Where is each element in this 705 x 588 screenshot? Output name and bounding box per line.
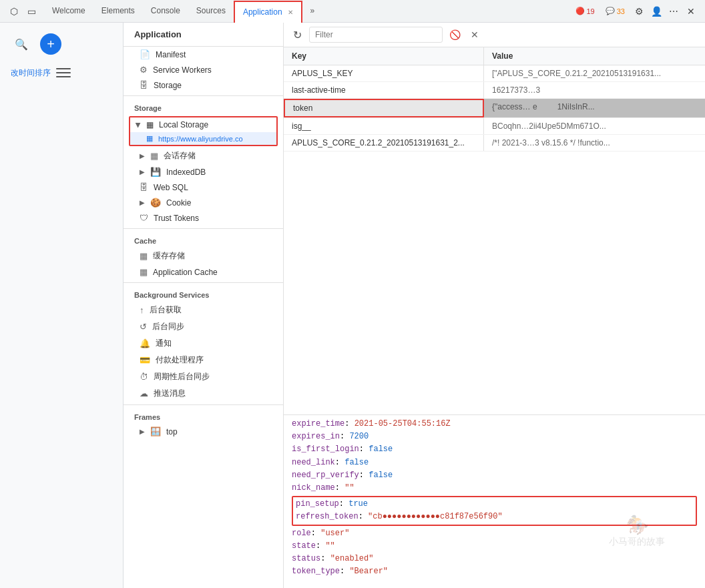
expand-indexeddb-icon [140, 168, 145, 176]
filter-input[interactable] [309, 27, 443, 43]
table-row-token[interactable]: token {"access… e 1NiIsInR... [284, 99, 705, 118]
cache-section-header: Cache [124, 232, 283, 248]
table-cell-value: ["APLUS_S_CORE_0.21.2_20210513191631... [484, 65, 705, 81]
add-button[interactable]: + [40, 33, 61, 55]
expand-arrow-icon [136, 121, 141, 129]
local-storage-group: ▦ Local Storage ▦ https://www.aliyundriv… [129, 116, 278, 146]
frame-icon: 🪟 [150, 426, 161, 436]
tab-welcome[interactable]: Welcome [44, 0, 93, 22]
user-icon[interactable]: 👤 [649, 4, 664, 19]
json-line: need_rp_verify: false [292, 469, 697, 482]
sidebar-item-cache-storage[interactable]: ▦ 缓存存储 [124, 248, 283, 264]
sidebar-item-payment-handler[interactable]: 💳 付款处理程序 [124, 352, 283, 368]
tab-console[interactable]: Console [143, 0, 188, 22]
tab-application[interactable]: Application ✕ [234, 1, 302, 23]
periodic-sync-icon: ⏱ [140, 372, 148, 382]
sidebar-item-cookie[interactable]: 🍪 Cookie [124, 195, 283, 210]
tab-close-icon[interactable]: ✕ [288, 9, 293, 16]
topbar-right: 🔴 19 💬 33 ⚙ 👤 ⋯ ✕ [567, 4, 703, 19]
table-cell-value-token: {"access… e 1NiIsInR... [484, 99, 705, 117]
data-table: Key Value APLUS_LS_KEY ["APLUS_S_CORE_0.… [284, 47, 705, 414]
table-cell-key: APLUS_S_CORE_0.21.2_20210513191631_2... [284, 135, 484, 151]
trust-tokens-icon: 🛡 [140, 213, 148, 223]
json-line: need_link: false [292, 457, 697, 469]
settings-icon[interactable]: ⚙ [632, 4, 646, 19]
sidebar-item-session-storage[interactable]: ▦ 会话存储 [124, 148, 283, 164]
filter-bar: ↻ 🚫 ✕ [284, 23, 705, 47]
sidebar-item-push-messaging[interactable]: ☁ 推送消息 [124, 385, 283, 402]
table-row[interactable]: last-active-time 16217373…3 [284, 82, 705, 99]
col-value-header: Value [484, 47, 705, 65]
sidebar-item-app-cache[interactable]: ▦ Application Cache [124, 264, 283, 280]
table-icon: ▦ [146, 134, 153, 143]
close-icon[interactable]: ✕ [684, 4, 698, 19]
sidebar-item-local-storage-url[interactable]: ▦ https://www.aliyundrive.co [130, 132, 276, 145]
table-cell-key-token: token [284, 99, 484, 117]
expand-cookie-icon [140, 199, 145, 206]
left-strip: 🔍 + 改时间排序 [0, 23, 124, 588]
session-icon: ▦ [150, 151, 158, 161]
json-line: expire_time: 2021-05-25T04:55:16Z [292, 418, 697, 430]
sidebar-item-periodic-sync[interactable]: ⏱ 周期性后台同步 [124, 368, 283, 385]
device-icon[interactable]: ▭ [24, 4, 39, 19]
bg-fetch-icon: ↑ [140, 305, 144, 315]
sidebar-item-indexeddb[interactable]: 💾 IndexedDB [124, 164, 283, 180]
sidebar-item-bg-sync[interactable]: ↺ 后台同步 [124, 318, 283, 335]
more-icon[interactable]: ⋯ [666, 4, 681, 19]
cursor-icon[interactable]: ⬡ [7, 4, 21, 19]
table-cell-value: /*! 2021-3…3 v8.15.6 */ !functio... [484, 135, 705, 151]
filter-clear-icon[interactable]: 🚫 [447, 27, 463, 43]
json-line-pin: pin_setup: true [296, 498, 693, 511]
sidebar-item-manifest[interactable]: 📄 Manifest [124, 47, 283, 62]
json-line-refresh-token: refresh_token: "cb●●●●●●●●●●●●c81f87e56f… [296, 511, 693, 523]
indexeddb-icon: 💾 [150, 167, 161, 177]
expand-session-icon [140, 152, 145, 160]
sidebar-item-storage-top[interactable]: 🗄 Storage [124, 77, 283, 93]
json-line: expires_in: 7200 [292, 430, 697, 443]
sidebar-application-title: Application [124, 23, 283, 47]
notifications-icon: 🔔 [140, 338, 150, 348]
storage-icon: 🗄 [140, 80, 148, 90]
warning-badge[interactable]: 💬 33 [602, 5, 629, 17]
table-cell-value: 16217373…3 [484, 82, 705, 98]
error-badge[interactable]: 🔴 19 [571, 5, 599, 17]
bg-sync-icon: ↺ [140, 322, 147, 332]
sidebar-item-websql[interactable]: 🗄 Web SQL [124, 180, 283, 195]
json-line: nick_name: "" [292, 482, 697, 495]
sort-button[interactable]: 改时间排序 [11, 65, 112, 80]
hamburger-icon [56, 65, 71, 80]
tab-elements[interactable]: Elements [93, 0, 143, 22]
col-key-header: Key [284, 47, 484, 65]
sidebar-item-local-storage[interactable]: ▦ Local Storage [130, 117, 276, 132]
sidebar-item-bg-fetch[interactable]: ↑ 后台获取 [124, 302, 283, 318]
table-row[interactable]: APLUS_LS_KEY ["APLUS_S_CORE_0.21.2_20210… [284, 65, 705, 82]
tab-sources[interactable]: Sources [188, 0, 234, 22]
table-cell-key: isg__ [284, 118, 484, 134]
json-line: is_first_login: false [292, 443, 697, 456]
table-row[interactable]: isg__ BCoqhn…2ii4Upe5DMm671O... [284, 118, 705, 135]
refresh-button[interactable]: ↻ [289, 27, 305, 43]
warning-icon: 💬 [606, 7, 615, 15]
bottom-panel: expire_time: 2021-05-25T04:55:16Z expire… [284, 414, 705, 588]
app-cache-icon: ▦ [140, 267, 148, 277]
frames-section-header: Frames [124, 408, 283, 424]
cache-storage-icon: ▦ [140, 251, 148, 261]
tab-more[interactable]: » [302, 0, 323, 22]
table-row[interactable]: APLUS_S_CORE_0.21.2_20210513191631_2... … [284, 135, 705, 152]
error-icon: 🔴 [575, 7, 585, 15]
storage-section-header: Storage [124, 99, 283, 115]
sidebar-item-frames-top[interactable]: 🪟 top [124, 424, 283, 439]
topbar: ⬡ ▭ Welcome Elements Console Sources App… [0, 0, 705, 23]
bottom-panel-content: expire_time: 2021-05-25T04:55:16Z expire… [284, 415, 705, 581]
search-button[interactable]: 🔍 [11, 33, 32, 55]
sidebar-item-trust-tokens[interactable]: 🛡 Trust Tokens [124, 210, 283, 226]
highlighted-json-block: pin_setup: true refresh_token: "cb●●●●●●… [292, 496, 697, 525]
table-header: Key Value [284, 47, 705, 65]
gear-icon: ⚙ [140, 65, 148, 75]
filter-close-icon[interactable]: ✕ [467, 27, 483, 43]
table-cell-value: BCoqhn…2ii4Upe5DMm671O... [484, 118, 705, 134]
sidebar-item-service-workers[interactable]: ⚙ Service Workers [124, 62, 283, 77]
json-line: token_type: "Bearer" [292, 565, 697, 578]
cookie-icon: 🍪 [150, 198, 161, 208]
sidebar-item-notifications[interactable]: 🔔 通知 [124, 335, 283, 352]
